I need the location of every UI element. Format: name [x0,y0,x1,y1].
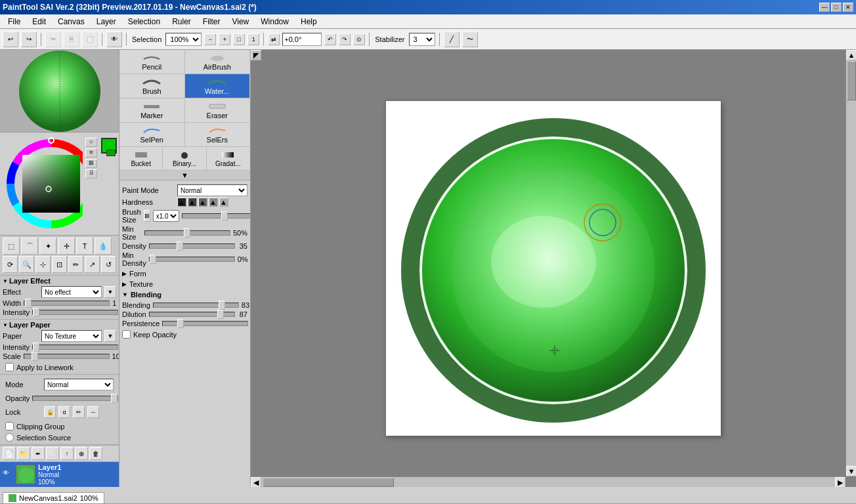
form-section-header[interactable]: ▶ Form [122,268,247,279]
scroll-track-h[interactable] [261,477,835,487]
zoom-minus-button[interactable]: − [204,33,216,45]
hardness-btn-4[interactable]: ▲ [209,198,218,207]
hardness-btn-1[interactable]: ▲ [177,198,186,207]
brush-binary[interactable]: Binary... [163,147,206,170]
brush-eraser[interactable]: Eraser [185,98,251,122]
lock-move-button[interactable]: ↔ [87,406,99,418]
rotate-canvas-tool[interactable]: ⟳ [3,256,18,273]
menu-filter[interactable]: Filter [198,16,226,28]
color-tab-dots[interactable]: ⠿ [85,169,97,178]
layer-effect-header[interactable]: Layer Effect [3,277,116,285]
canvas-scrollbar-v[interactable]: ▲ ▼ [845,50,856,476]
brush-size-slider[interactable] [182,213,251,219]
toolbar-redo-button[interactable]: ↪ [21,32,37,47]
eyedrop-tool[interactable]: 💧 [95,238,112,255]
color-tab-grid[interactable]: ⊞ [85,159,97,168]
hardness-btn-2[interactable]: ▲ [188,198,197,207]
layer-paper-header[interactable]: Layer Paper [3,321,116,329]
menu-file[interactable]: File [3,16,26,28]
stabilizer-select[interactable]: 3 0 1 2 [409,33,435,46]
menu-window[interactable]: Window [255,16,294,28]
brush-airbrush[interactable]: AirBrush [185,50,251,74]
menu-edit[interactable]: Edit [27,16,51,28]
scroll-thumb-v[interactable] [847,61,856,100]
lasso-tool[interactable]: ⌒ [21,238,38,255]
brush-selers[interactable]: SelErs [185,123,251,146]
transform-tool[interactable]: ⊹ [35,256,51,273]
brush-gradient[interactable]: Gradat... [207,147,250,170]
canvas-tab-1[interactable]: NewCanvas1.sai2 100% [3,492,104,503]
text-tool[interactable]: T [76,238,93,255]
wrap-tool[interactable]: ⊡ [52,256,67,273]
color-tab-bars[interactable]: ≡ [85,148,97,158]
minimize-button[interactable]: — [819,3,830,12]
hardness-btn-5[interactable]: ▲ [219,198,228,207]
brush-bucket[interactable]: Bucket [119,147,163,170]
effect-options-button[interactable]: ▼ [104,286,116,298]
brush-brush[interactable]: Brush [119,74,185,98]
brush-size-mult-select[interactable]: x1.0 [153,210,179,222]
width-slider[interactable] [24,301,110,306]
blending-section-header[interactable]: ▼ Blending [122,289,247,300]
clipping-group-checkbox[interactable] [5,422,14,430]
new-folder-button[interactable]: 📁 [17,447,30,460]
brush-size-toggle[interactable]: ⊠ [144,210,150,222]
toolbar-pen-button[interactable]: ╱ [444,32,460,47]
arrow-tool[interactable]: ↗ [85,256,100,273]
brush-pencil[interactable]: Pencil [119,50,185,74]
effect-select[interactable]: No effect Glow Shadow [41,286,102,298]
zoom-plus-button[interactable]: + [219,33,230,45]
paper-select[interactable]: No Texture Canvas [41,330,102,342]
menu-ruler[interactable]: Ruler [167,16,196,28]
rotate-swap-button[interactable]: ⇄ [268,33,280,45]
menu-selection[interactable]: Selection [123,16,165,28]
keep-opacity-checkbox[interactable] [122,330,131,339]
dilution-slider[interactable] [149,312,235,317]
menu-help[interactable]: Help [295,16,322,28]
lock-button[interactable]: 🔒 [44,406,56,418]
close-button[interactable]: ✕ [843,3,853,12]
persistence-slider[interactable] [162,321,248,326]
zoom-fit-button[interactable]: □ [233,33,245,45]
min-size-slider[interactable] [144,230,230,236]
blending-slider[interactable] [153,303,239,308]
secondary-color-swatch[interactable] [106,150,116,156]
lock-alpha-button[interactable]: α [58,406,70,418]
hardness-btn-3[interactable]: ▲ [198,198,207,207]
toolbar-copy-button[interactable]: ⎘ [64,32,79,47]
paint-mode-select[interactable]: Normal Multiply Screen [177,184,247,196]
density-slider[interactable] [149,243,235,249]
canvas-area[interactable]: ◤ [251,50,856,487]
layer-up-button[interactable]: ↑ [60,447,74,460]
scroll-down-button[interactable]: ▼ [846,466,856,476]
toolbar-eye-button[interactable]: 👁 [106,32,122,47]
menu-view[interactable]: View [226,16,254,28]
angle-plus-button[interactable]: ↷ [339,33,351,45]
color-tab-circle[interactable]: ○ [85,138,97,147]
intensity-slider-effect[interactable] [32,310,118,315]
color-wheel[interactable] [3,135,83,232]
mode-select[interactable]: Normal Multiply Screen [44,379,114,390]
move-tool[interactable]: ✛ [58,238,75,255]
layer-linework-button[interactable]: ✒ [32,447,45,460]
opacity-slider[interactable] [32,396,118,401]
zoom-tool[interactable]: 🔍 [19,256,34,273]
scroll-corner-tl[interactable]: ◤ [251,50,261,60]
zoom-reset-button[interactable]: 1 [247,33,259,45]
toolbar-undo-button[interactable]: ↩ [3,32,18,47]
angle-minus-button[interactable]: ↶ [324,33,336,45]
paper-options-button[interactable]: ▼ [104,330,116,342]
scroll-track-v[interactable] [846,60,856,466]
layer-visible-button[interactable]: 👁 [3,469,13,480]
magic-wand-tool[interactable]: ✦ [39,238,56,255]
reset-tool[interactable]: ↺ [101,256,116,273]
brush-watercolor[interactable]: Water... [185,74,251,98]
select-rect-tool[interactable]: ⬚ [3,238,20,255]
layer-delete-button[interactable]: 🗑 [89,447,102,460]
toolbar-paste-button[interactable]: 📋 [82,32,98,47]
toolbar-cut-button[interactable]: ✂ [45,32,61,47]
scale-slider-paper[interactable] [24,354,110,359]
menu-canvas[interactable]: Canvas [53,16,90,28]
layer-row[interactable]: 👁 Layer1 Normal 100% [0,462,119,487]
zoom-select[interactable]: 100% 50% 200% [165,33,202,46]
